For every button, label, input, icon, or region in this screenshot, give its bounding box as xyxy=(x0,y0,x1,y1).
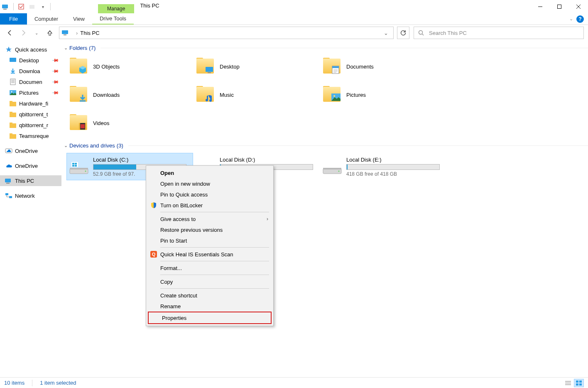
svg-rect-22 xyxy=(10,112,12,113)
tab-computer[interactable]: Computer xyxy=(27,13,66,25)
ctx-rename[interactable]: Rename xyxy=(147,301,272,312)
chevron-down-icon: ⌄ xyxy=(64,45,68,51)
svg-rect-5 xyxy=(558,5,561,9)
qat-dropdown-icon[interactable]: ▾ xyxy=(39,2,47,11)
sidebar-item-pictures[interactable]: Pictures 📌 xyxy=(0,87,61,98)
pin-icon: 📌 xyxy=(51,56,59,64)
drive-item[interactable]: Local Disk (E:) 418 GB free of 418 GB xyxy=(320,153,446,180)
ribbon-expand-icon[interactable]: ⌄ xyxy=(569,16,573,22)
folder-label: Music xyxy=(220,92,234,98)
sidebar-label: Hardware_fi xyxy=(19,101,48,107)
pin-icon: 📌 xyxy=(51,88,59,96)
sidebar-item-folder[interactable]: qbittorrent_r xyxy=(0,120,61,130)
forward-button[interactable] xyxy=(17,27,29,39)
tiles-view-button[interactable] xyxy=(574,379,584,387)
svg-rect-26 xyxy=(10,133,12,135)
sidebar-label: Documen xyxy=(19,79,42,85)
sidebar-label: qbittorrent_t xyxy=(19,111,48,118)
back-button[interactable] xyxy=(4,27,16,39)
up-button[interactable] xyxy=(44,27,56,39)
close-button[interactable] xyxy=(569,0,588,13)
folder-icon xyxy=(322,86,342,103)
svg-rect-1 xyxy=(3,9,7,10)
folder-item[interactable]: Desktop xyxy=(196,56,322,77)
tab-view[interactable]: View xyxy=(66,13,92,25)
ctx-restore-versions[interactable]: Restore previous versions xyxy=(147,224,272,235)
group-drives[interactable]: ⌄ Devices and drives (3) xyxy=(64,141,588,150)
search-input[interactable]: Search This PC xyxy=(414,27,584,39)
pin-icon: 📌 xyxy=(51,78,59,86)
sidebar-item-onedrive[interactable]: OneDrive xyxy=(0,160,61,171)
ctx-format[interactable]: Format... xyxy=(147,263,272,273)
folder-label: Desktop xyxy=(220,64,240,70)
onedrive-icon xyxy=(5,147,12,155)
svg-rect-35 xyxy=(332,66,339,68)
svg-rect-33 xyxy=(208,72,211,73)
breadcrumb-sep-icon[interactable]: › xyxy=(76,30,78,36)
ctx-open[interactable]: Open xyxy=(147,167,272,178)
minimize-button[interactable] xyxy=(531,0,550,13)
ctx-properties[interactable]: Properties xyxy=(149,312,271,323)
window-controls xyxy=(531,0,588,13)
ctx-give-access[interactable]: Give access to› xyxy=(147,214,272,224)
sidebar-item-folder[interactable]: qbittorrent_t xyxy=(0,109,61,120)
group-folders[interactable]: ⌄ Folders (7) xyxy=(64,43,588,53)
sidebar-item-onedrive[interactable]: OneDrive xyxy=(0,145,61,156)
pc-icon xyxy=(62,29,70,36)
ctx-create-shortcut[interactable]: Create shortcut xyxy=(147,290,272,301)
maximize-button[interactable] xyxy=(550,0,569,13)
sidebar-item-folder[interactable]: Hardware_fi xyxy=(0,98,61,109)
context-tab-manage[interactable]: Manage xyxy=(98,4,134,13)
tab-file[interactable]: File xyxy=(0,13,27,25)
ctx-pin-quick-access[interactable]: Pin to Quick access xyxy=(147,189,272,200)
status-item-count: 10 items xyxy=(4,380,24,386)
drive-label: Local Disk (E:) xyxy=(346,157,440,163)
group-label: Devices and drives xyxy=(69,142,115,149)
cloud-icon xyxy=(5,162,12,169)
help-icon[interactable]: ? xyxy=(576,15,584,23)
sidebar-item-desktop[interactable]: Desktop 📌 xyxy=(0,55,61,66)
ctx-bitlocker[interactable]: Turn on BitLocker xyxy=(147,200,272,211)
ctx-pin-start[interactable]: Pin to Start xyxy=(147,235,272,246)
sidebar-item-network[interactable]: Network xyxy=(0,190,61,201)
sidebar-item-quick-access[interactable]: Quick access xyxy=(0,44,61,55)
folder-item[interactable]: Documents xyxy=(322,56,449,77)
sidebar-item-downloads[interactable]: Downloa 📌 xyxy=(0,66,61,76)
svg-rect-52 xyxy=(72,165,74,167)
folder-icon xyxy=(9,132,17,140)
sidebar-label: Quick access xyxy=(15,47,47,53)
svg-rect-65 xyxy=(576,381,578,383)
folder-item[interactable]: Pictures xyxy=(322,84,449,105)
tab-drive-tools[interactable]: Drive Tools xyxy=(92,13,134,25)
breadcrumb-this-pc[interactable]: This PC xyxy=(80,30,99,36)
sidebar-item-documents[interactable]: Documen 📌 xyxy=(0,76,61,87)
folder-item[interactable]: 3D Objects xyxy=(69,56,196,77)
refresh-button[interactable] xyxy=(397,27,409,39)
folder-label: Pictures xyxy=(346,92,366,98)
ctx-open-new-window[interactable]: Open in new window xyxy=(147,178,272,189)
address-bar[interactable]: › This PC ⌄ xyxy=(59,27,394,39)
recent-dropdown[interactable]: ⌄ xyxy=(31,27,42,39)
svg-rect-68 xyxy=(579,383,582,386)
properties-icon[interactable] xyxy=(17,2,25,11)
desktop-icon xyxy=(9,56,17,64)
folder-item[interactable]: Music xyxy=(196,84,322,105)
folder-icon xyxy=(196,86,216,103)
sidebar-label: Network xyxy=(15,193,35,199)
ctx-quickheal-scan[interactable]: Q Quick Heal IS Essentials Scan xyxy=(147,249,272,260)
new-folder-icon[interactable] xyxy=(28,2,36,11)
address-dropdown-icon[interactable]: ⌄ xyxy=(381,30,391,36)
sidebar-item-this-pc[interactable]: This PC xyxy=(0,175,61,186)
folder-icon xyxy=(69,58,89,75)
svg-rect-30 xyxy=(5,193,8,195)
folder-item[interactable]: Videos xyxy=(69,113,196,133)
folder-item[interactable]: Downloads xyxy=(69,84,196,105)
navigation-pane: Quick access Desktop 📌 Downloa 📌 Documen… xyxy=(0,41,61,377)
svg-line-11 xyxy=(422,34,424,36)
group-count: (3) xyxy=(117,142,123,149)
svg-rect-43 xyxy=(79,123,80,130)
document-icon xyxy=(9,78,17,86)
ctx-copy[interactable]: Copy xyxy=(147,276,272,287)
sidebar-item-folder[interactable]: Teamsreque xyxy=(0,130,61,141)
details-view-button[interactable] xyxy=(563,379,573,387)
